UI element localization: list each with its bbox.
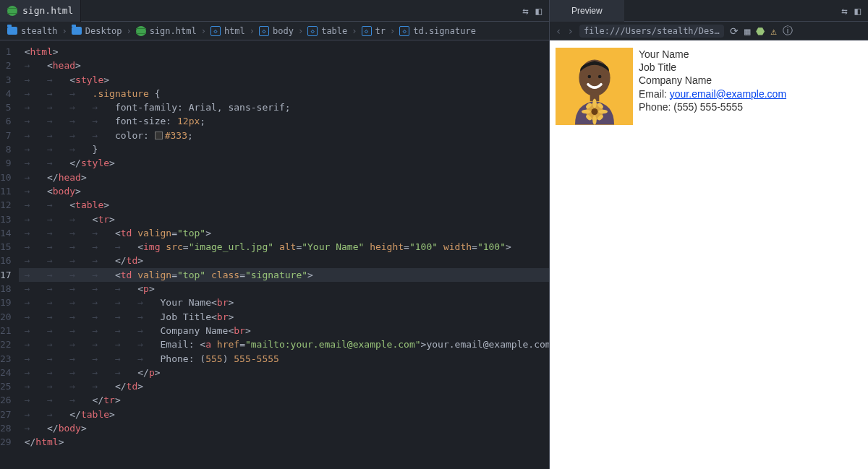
compare-icon[interactable]: ⇆ [841, 5, 847, 17]
breadcrumb-item[interactable]: ◇html [210, 26, 245, 36]
nav-back-icon[interactable]: ‹ [556, 25, 561, 37]
svg-point-1 [587, 75, 591, 79]
line-number: 29 [0, 435, 12, 449]
editor-tab[interactable]: sign.html [0, 0, 81, 22]
folder-icon [7, 27, 17, 35]
signature-phone-line: Phone: (555) 555-5555 [639, 100, 786, 113]
code-line[interactable]: → → → } [19, 142, 549, 156]
code-line[interactable]: → </head> [19, 171, 549, 184]
code-line[interactable]: → → <table> [19, 198, 549, 212]
reload-icon[interactable]: ⟳ [730, 25, 739, 37]
code-line[interactable]: → → </table> [19, 408, 549, 421]
code-line[interactable]: → → <style> [19, 73, 549, 87]
breadcrumb-label: sign.html [150, 26, 197, 36]
shield-icon[interactable]: ⬣ [756, 25, 765, 37]
code-line[interactable]: → → → → → </p> [19, 366, 549, 379]
line-number: 11 [0, 184, 12, 198]
breadcrumb-separator: › [62, 26, 67, 36]
tag-icon: ◇ [210, 26, 221, 36]
preview-toolbar: ‹ › file:///Users/stealth/Desktop/sign ⟳… [550, 22, 868, 40]
code-line[interactable]: → → → → </td> [19, 254, 549, 267]
line-number: 25 [0, 379, 12, 393]
info-icon[interactable]: ⓘ [783, 25, 793, 38]
code-line[interactable]: → → → → </td> [19, 379, 549, 393]
breadcrumb-label: Desktop [85, 26, 122, 36]
line-number: 28 [0, 421, 12, 435]
line-number: 3 [0, 73, 12, 87]
signature-name: Your Name [639, 48, 786, 61]
breadcrumb-item[interactable]: ◇td.signature [399, 26, 476, 36]
breadcrumb-label: html [224, 26, 245, 36]
editor-panel: sign.html ⇆ ◧ stealth›Desktop›sign.html›… [0, 0, 550, 469]
globe-icon [7, 6, 17, 16]
tag-icon: ◇ [307, 26, 318, 36]
code-line[interactable]: </html> [19, 435, 549, 449]
line-number: 20 [0, 310, 12, 324]
breadcrumb-item[interactable]: sign.html [136, 26, 197, 36]
line-number: 1 [0, 45, 12, 59]
preview-tab[interactable]: Preview [550, 0, 624, 22]
breadcrumb-separator: › [390, 26, 395, 36]
code-line[interactable]: → → → </tr> [19, 393, 549, 407]
split-editor-icon[interactable]: ◧ [536, 5, 542, 17]
line-number: 8 [0, 142, 12, 156]
line-number: 19 [0, 296, 12, 309]
line-number: 26 [0, 393, 12, 407]
line-number: 10 [0, 171, 12, 184]
breadcrumb-item[interactable]: ◇table [307, 26, 347, 36]
code-line[interactable]: → → → → → <p> [19, 282, 549, 296]
code-line[interactable]: → <body> [19, 184, 549, 198]
line-number: 27 [0, 408, 12, 421]
code-line[interactable]: → → → → → → Your Name<br> [19, 296, 549, 309]
breadcrumb-item[interactable]: Desktop [72, 26, 122, 36]
code-line[interactable]: → → → .signature { [19, 87, 549, 100]
grid-icon[interactable]: ▦ [744, 25, 750, 37]
code-line[interactable]: → → → → <td valign="top"> [19, 226, 549, 240]
compare-icon[interactable]: ⇆ [522, 5, 528, 17]
code-line[interactable]: → → → → → → Email: <a href="mailto:your.… [19, 337, 549, 351]
url-field[interactable]: file:///Users/stealth/Desktop/sign [579, 25, 724, 38]
code-line[interactable]: → → → → → <img src="image_url.jpg" alt="… [19, 240, 549, 254]
phone-label: Phone: [639, 101, 673, 113]
code-line[interactable]: → → → → font-family: Arial, sans-serif; [19, 100, 549, 114]
preview-panel: Preview ⇆ ◧ ‹ › file:///Users/stealth/De… [550, 0, 868, 469]
warning-icon[interactable]: ⚠ [770, 25, 776, 37]
preview-tab-label: Preview [571, 6, 603, 16]
line-number: 7 [0, 129, 12, 142]
preview-tab-bar: Preview ⇆ ◧ [550, 0, 868, 22]
code-line[interactable]: → → → → → → Company Name<br> [19, 324, 549, 337]
code-line[interactable]: → → → → → → Phone: (555) 555-5555 [19, 352, 549, 366]
signature-email-link[interactable]: your.email@example.com [670, 88, 786, 100]
code-line[interactable]: → → </style> [19, 156, 549, 170]
code-line[interactable]: → → → → <td valign="top" class="signatur… [19, 268, 549, 282]
svg-point-8 [598, 110, 608, 113]
split-editor-icon[interactable]: ◧ [855, 5, 861, 17]
line-number-gutter: 1234567891011121314151617181920212223242… [0, 40, 19, 469]
svg-point-5 [592, 99, 596, 108]
code-line[interactable]: → → → → color: #333; [19, 129, 549, 142]
line-number: 12 [0, 198, 12, 212]
code-editor[interactable]: <html>→ <head>→ → <style>→ → → .signatur… [19, 40, 549, 469]
breadcrumb-separator: › [250, 26, 255, 36]
breadcrumb-label: table [321, 26, 347, 36]
code-line[interactable]: → <head> [19, 59, 549, 72]
code-line[interactable]: → </body> [19, 421, 549, 435]
tag-icon: ◇ [362, 26, 372, 36]
code-line[interactable]: → → → → → → Job Title<br> [19, 310, 549, 324]
line-number: 13 [0, 212, 12, 226]
line-number: 18 [0, 282, 12, 296]
line-number: 21 [0, 324, 12, 337]
code-line[interactable]: <html> [19, 45, 549, 59]
nav-forward-icon[interactable]: › [567, 25, 573, 37]
line-number: 5 [0, 100, 12, 114]
signature-title: Job Title [639, 61, 786, 74]
breadcrumb-separator: › [126, 26, 131, 36]
breadcrumb-item[interactable]: stealth [7, 26, 58, 36]
code-line[interactable]: → → → <tr> [19, 212, 549, 226]
code-line[interactable]: → → → → font-size: 12px; [19, 114, 549, 128]
editor-tab-bar: sign.html ⇆ ◧ [0, 0, 549, 22]
breadcrumb-separator: › [201, 26, 206, 36]
svg-point-6 [592, 116, 596, 125]
breadcrumb-item[interactable]: ◇body [259, 26, 294, 36]
breadcrumb-item[interactable]: ◇tr [362, 26, 386, 36]
